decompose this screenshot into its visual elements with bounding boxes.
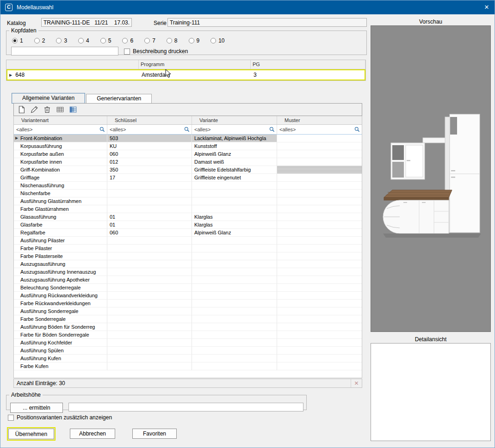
kopfdaten-input[interactable] (11, 47, 118, 55)
new-button[interactable] (15, 104, 27, 115)
window-title: Modellauswahl (17, 4, 53, 11)
tab-generiervarianten[interactable]: Generiervarianten (86, 94, 152, 104)
variant-row-farbe-glast-rrahmen[interactable]: Farbe Glastürrahmen (14, 205, 362, 213)
variant-row-griff-kombination[interactable]: Griff-Kombination350Griffleiste Edelstah… (14, 166, 362, 174)
kopfdaten-radio-5[interactable]: 5 (100, 37, 111, 44)
cell-muster (277, 190, 362, 197)
variantenart-text: Griff-Kombination (20, 166, 60, 173)
variant-row-auszugsausf-hrung[interactable]: Auszugsausführung (14, 260, 362, 268)
edit-button[interactable] (28, 104, 40, 115)
positionsvarianten-checkbox[interactable]: Positionsvarianten zusätzlich anzeigen (8, 414, 112, 421)
variant-row-korpusfarbe-innen[interactable]: Korpusfarbe innen012Damast weiß (14, 158, 362, 166)
variant-row-nischenausf-hrung[interactable]: Nischenausführung (14, 182, 362, 190)
variant-row-glasfarbe[interactable]: Glasfarbe01Klarglas (14, 221, 362, 229)
cell-variante: Klarglas (192, 213, 277, 221)
variant-row-ausf-hrung-kufen[interactable]: Ausführung Kufen (14, 355, 362, 362)
kopfdaten-radio-2[interactable]: 2 (34, 37, 45, 44)
beschreibung-drucken-checkbox[interactable]: Beschreibung drucken (124, 48, 188, 55)
variant-row-farbe-f-r-b-den-sonderregale[interactable]: Farbe für Böden Sonderregale (14, 331, 362, 339)
kopfdaten-radio-1[interactable]: 1 (12, 37, 23, 44)
variant-row-nischenfarbe[interactable]: Nischenfarbe (14, 190, 362, 197)
tab-allgemeine-varianten[interactable]: Allgemeine Varianten (12, 93, 85, 104)
variant-row-ausf-hrung-kochfelder[interactable]: Ausführung Kochfelder (14, 339, 362, 347)
cell-variantenart: Glasfarbe (14, 221, 107, 229)
close-button[interactable]: ✕ (479, 0, 495, 14)
variant-row-ausf-hrung-r-ckwandverkleidung[interactable]: Ausführung Rückwandverkleidung (14, 292, 362, 300)
kopfdaten-radio-10[interactable]: 10 (210, 37, 224, 44)
kopfdaten-radio-7[interactable]: 7 (144, 37, 155, 44)
kopfdaten-radio-8[interactable]: 8 (167, 37, 178, 44)
cell-schluessel (107, 339, 192, 347)
filter-cell-muster[interactable]: <alles> (277, 125, 362, 134)
program-table-header: Programm PG (6, 60, 365, 69)
variant-row-farbe-sonderregale[interactable]: Farbe Sonderregale (14, 315, 362, 323)
clear-filter-button[interactable]: ✕ (351, 379, 362, 387)
variant-row-farbe-pilaster[interactable]: Farbe Pilaster (14, 245, 362, 252)
kopfdaten-radio-3[interactable]: 3 (56, 37, 67, 44)
cell-schluessel (107, 323, 192, 331)
new-icon (17, 105, 26, 114)
search-icon[interactable] (354, 127, 360, 132)
cell-muster (277, 135, 362, 142)
grid-button[interactable] (54, 104, 66, 115)
search-icon[interactable] (184, 127, 190, 132)
arbeitshoehe-group: Arbeitshöhe ... ermitteln (6, 392, 307, 410)
filter-cell-variante[interactable]: <alles> (192, 125, 277, 134)
search-icon[interactable] (99, 127, 105, 132)
variant-row-farbe-pilasterseite[interactable]: Farbe Pilasterseite (14, 252, 362, 260)
cell-variante: Griffleiste Edelstahlfarbig (192, 166, 277, 174)
column-header-variantenart[interactable]: Variantenart (14, 116, 107, 124)
variant-row-grifflage[interactable]: Grifflage17Griffleiste eingenutet (14, 174, 362, 182)
column-header-blank[interactable] (6, 60, 139, 69)
filter-cell-schl-ssel[interactable]: <alles> (107, 125, 192, 134)
variant-row-beleuchtung-sonderregale[interactable]: Beleuchtung Sonderregale (14, 284, 362, 292)
cell-variantenart: Ausführung Spülen (14, 347, 107, 355)
variant-row-front-kombination[interactable]: ▶Front-Kombination503Lacklaminat, Alpinw… (14, 135, 362, 142)
abbrechen-button[interactable]: Abbrechen (70, 429, 115, 439)
katalog-field[interactable] (41, 18, 132, 27)
variant-row-ausf-hrung-b-den-f-r-sonderreg[interactable]: Ausführung Böden für Sonderreg (14, 323, 362, 331)
cell-schluessel: 01 (107, 213, 192, 221)
variant-row-ausf-hrung-glast-rrahmen[interactable]: Ausführung Glastürrahmen (14, 197, 362, 205)
variant-row-ausf-hrung-sonderregale[interactable]: Ausführung Sonderregale (14, 307, 362, 315)
serie-field[interactable] (167, 18, 367, 27)
variantenart-text: Auszugsausführung Innenauszug (20, 268, 96, 276)
cell-variante (192, 245, 277, 252)
beschreibung-drucken-label: Beschreibung drucken (133, 48, 188, 55)
cell-variante (192, 205, 277, 213)
variant-row-auszugsausf-hrung-apotheker[interactable]: Auszugsausführung Apotheker (14, 276, 362, 284)
modellauswahl-dialog: C Modellauswahl ✕ Katalog Serie Vorschau… (0, 0, 495, 448)
column-header-pg[interactable]: PG (251, 60, 365, 69)
search-icon[interactable] (269, 127, 275, 132)
arbeitshoehe-input[interactable] (68, 403, 303, 411)
variant-row-regalfarbe[interactable]: Regalfarbe060Alpinweiß Glanz (14, 229, 362, 237)
variant-row-korpusfarbe-au-en[interactable]: Korpusfarbe außen060Alpinweiß Glanz (14, 150, 362, 158)
kopfdaten-radio-4[interactable]: 4 (78, 37, 89, 44)
ermitteln-button[interactable]: ... ermitteln (10, 403, 63, 413)
kopfdaten-radio-group: 12345678910 (12, 37, 236, 45)
column-header-muster[interactable]: Muster (277, 116, 362, 124)
variant-row-farbe-kufen[interactable]: Farbe Kufen (14, 362, 362, 370)
checkbox-icon (8, 415, 14, 421)
variant-row-farbe-r-ckwandverkleidungen[interactable]: Farbe Rückwandverkleidungen (14, 300, 362, 307)
variantenart-text: Korpusfarbe innen (20, 158, 62, 166)
variant-row-korpusausf-hrung[interactable]: KorpusausführungKUKunststoff (14, 142, 362, 150)
column-header-schl-ssel[interactable]: Schlüssel (107, 116, 192, 124)
variant-row-ausf-hrung-pilaster[interactable]: Ausführung Pilaster (14, 237, 362, 245)
delete-button[interactable] (41, 104, 53, 115)
variantenart-text: Grifflage (20, 174, 39, 181)
column-header-variante[interactable]: Variante (192, 116, 277, 124)
program-row-648[interactable]: ▶ 648 Amsterdam 3 (6, 69, 365, 80)
kopfdaten-radio-6[interactable]: 6 (122, 37, 133, 44)
filter-value: <alles> (194, 127, 210, 132)
variant-row-glasausf-hrung[interactable]: Glasausführung01Klarglas (14, 213, 362, 221)
variant-row-auszugsausf-hrung-innenauszug[interactable]: Auszugsausführung Innenauszug (14, 268, 362, 276)
column-header-programm[interactable]: Programm (139, 60, 251, 69)
cell-variantenart: Regalfarbe (14, 229, 107, 237)
columns-button[interactable] (67, 104, 79, 115)
variant-row-ausf-hrung-sp-len[interactable]: Ausführung Spülen (14, 347, 362, 355)
kopfdaten-radio-9[interactable]: 9 (189, 37, 200, 44)
uebernehmen-button[interactable]: Übernehmen (8, 429, 54, 439)
filter-cell-variantenart[interactable]: <alles> (14, 125, 107, 134)
favoriten-button[interactable]: Favoriten (132, 429, 177, 439)
